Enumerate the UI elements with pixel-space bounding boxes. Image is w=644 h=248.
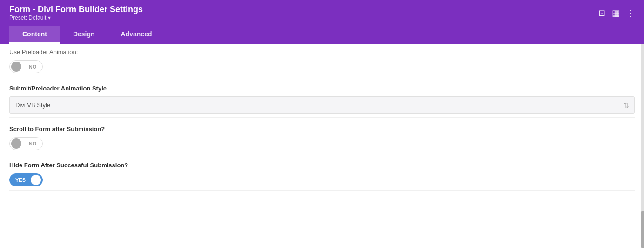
- scroll-to-form-label: Scroll to Form after Submission?: [9, 125, 635, 132]
- use-preloader-label: Use Preloader Animation:: [9, 48, 635, 55]
- modal-container: Form - Divi Form Builder Settings Preset…: [0, 0, 644, 248]
- use-preloader-section: Use Preloader Animation: NO: [9, 44, 635, 77]
- header-top: Form - Divi Form Builder Settings Preset…: [9, 5, 635, 24]
- tab-bar: Content Design Advanced: [9, 26, 635, 44]
- tab-content[interactable]: Content: [9, 26, 60, 44]
- content-area: Use Preloader Animation: NO Submit/Prelo…: [0, 44, 644, 248]
- animation-style-select-wrap: Divi VB Style Spinner Dots None ⇅: [9, 96, 635, 114]
- scrollbar-thumb[interactable]: [641, 211, 644, 248]
- scroll-to-form-toggle[interactable]: NO: [9, 137, 43, 150]
- toggle-knob-hide: [31, 175, 41, 185]
- layout-icon[interactable]: ▦: [612, 8, 620, 18]
- animation-style-select[interactable]: Divi VB Style Spinner Dots None: [9, 96, 635, 114]
- hide-form-toggle[interactable]: YES: [9, 173, 43, 186]
- header-icon-group: ⊡ ▦ ⋮: [598, 8, 635, 18]
- expand-icon[interactable]: ⊡: [598, 8, 605, 18]
- hide-form-section: Hide Form After Successful Submission? Y…: [9, 154, 635, 191]
- toggle-knob: [11, 62, 21, 72]
- hide-form-toggle-wrap: YES: [9, 173, 635, 186]
- header-title-group: Form - Divi Form Builder Settings Preset…: [9, 5, 143, 21]
- use-preloader-toggle[interactable]: NO: [9, 60, 43, 73]
- tab-design[interactable]: Design: [60, 26, 108, 44]
- animation-style-label: Submit/Preloader Animation Style: [9, 85, 635, 92]
- more-options-icon[interactable]: ⋮: [626, 8, 635, 18]
- toggle-yes-label: YES: [10, 177, 29, 183]
- preset-selector[interactable]: Preset: Default: [9, 14, 143, 21]
- use-preloader-toggle-wrap: NO: [9, 60, 635, 73]
- tab-advanced[interactable]: Advanced: [108, 26, 165, 44]
- scroll-to-form-section: Scroll to Form after Submission? NO: [9, 118, 635, 154]
- scrollbar-track[interactable]: [641, 44, 644, 248]
- modal-title: Form - Divi Form Builder Settings: [9, 5, 143, 14]
- animation-style-section: Submit/Preloader Animation Style Divi VB…: [9, 77, 635, 118]
- modal-header: Form - Divi Form Builder Settings Preset…: [0, 0, 644, 44]
- toggle-no-label: NO: [23, 64, 42, 69]
- scroll-to-form-toggle-wrap: NO: [9, 137, 635, 150]
- toggle-knob-scroll: [11, 138, 21, 149]
- hide-form-label: Hide Form After Successful Submission?: [9, 162, 635, 169]
- toggle-no-label-scroll: NO: [23, 141, 42, 146]
